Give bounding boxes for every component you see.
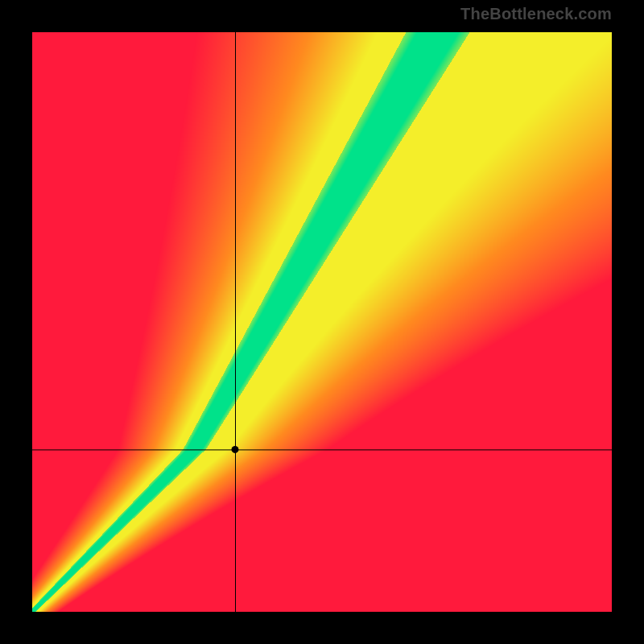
heatmap-plot [32, 32, 612, 612]
overlay-canvas [32, 32, 612, 612]
chart-frame: TheBottleneck.com [0, 0, 644, 644]
watermark-text: TheBottleneck.com [460, 5, 612, 23]
